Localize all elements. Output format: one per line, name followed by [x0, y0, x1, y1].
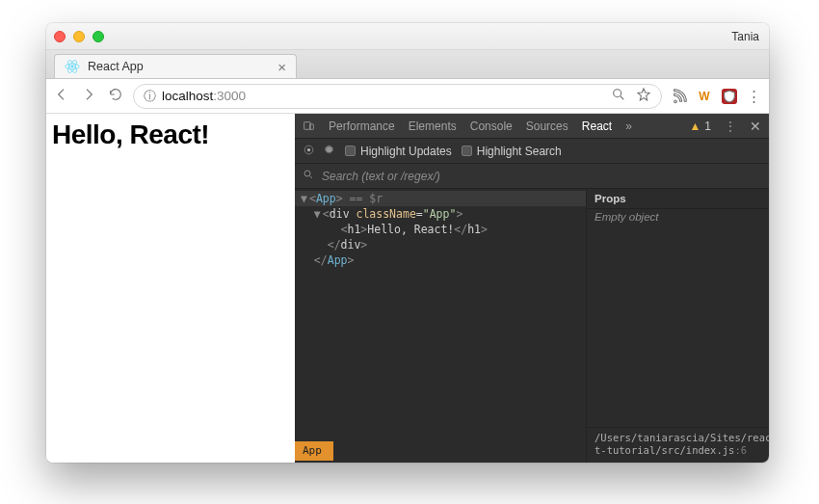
- forward-button[interactable]: [81, 87, 96, 106]
- devtools-close-button[interactable]: ✕: [750, 119, 761, 134]
- minimize-window-button[interactable]: [73, 31, 85, 42]
- tree-row-div-close[interactable]: </div>: [295, 237, 586, 252]
- breadcrumb-app[interactable]: App: [295, 441, 333, 461]
- tree-row-h1[interactable]: <h1>Hello, React!</h1>: [295, 222, 586, 237]
- devtools-search-row: Search (text or /regex/): [295, 164, 769, 189]
- rss-extension-icon[interactable]: [672, 89, 687, 104]
- devtools-panel: Performance Elements Console Sources Rea…: [295, 114, 769, 463]
- profile-name[interactable]: Tania: [731, 30, 759, 43]
- reload-button[interactable]: [108, 87, 123, 106]
- react-devtools-toolbar: Highlight Updates Highlight Search: [295, 139, 769, 164]
- props-heading: Props: [587, 189, 769, 209]
- tab-elements[interactable]: Elements: [409, 119, 457, 133]
- react-favicon-icon: [65, 59, 80, 74]
- nav-buttons: [54, 87, 123, 106]
- source-path[interactable]: /Users/taniarascia/Sites/reac t-tutorial…: [587, 427, 769, 463]
- source-path-line2: t-tutorial/src/index.js: [594, 444, 734, 456]
- tree-row-app-close[interactable]: </App>: [295, 252, 586, 268]
- svg-line-5: [621, 96, 623, 99]
- close-window-button[interactable]: [54, 31, 66, 42]
- highlight-updates-checkbox[interactable]: Highlight Updates: [345, 145, 452, 158]
- warnings-number: 1: [704, 119, 711, 133]
- tree-row-app[interactable]: ▼<App> == $r: [295, 191, 586, 206]
- url-port: :3000: [213, 89, 246, 103]
- inspect-element-icon[interactable]: [303, 144, 315, 159]
- zoom-icon[interactable]: [611, 87, 626, 105]
- w-extension-icon[interactable]: W: [697, 89, 712, 104]
- search-icon: [303, 169, 314, 183]
- tab-performance[interactable]: Performance: [329, 119, 395, 133]
- browser-menu-button[interactable]: ⋮: [747, 88, 761, 105]
- source-path-line1: /Users/taniarascia/Sites/reac: [594, 432, 769, 443]
- svg-point-12: [304, 171, 310, 176]
- devtools-menu-button[interactable]: ⋮: [725, 119, 736, 133]
- site-info-icon[interactable]: ⓘ: [144, 88, 156, 105]
- settings-gear-icon[interactable]: [323, 144, 335, 159]
- fullscreen-window-button[interactable]: [92, 31, 104, 42]
- page-heading: Hello, React!: [52, 119, 289, 150]
- back-button[interactable]: [54, 87, 69, 106]
- tab-console[interactable]: Console: [470, 119, 513, 133]
- search-input[interactable]: Search (text or /regex/): [322, 170, 440, 183]
- device-toolbar[interactable]: [303, 119, 315, 132]
- devtools-tabbar: Performance Elements Console Sources Rea…: [295, 114, 769, 139]
- ublock-extension-icon[interactable]: [722, 89, 737, 104]
- tree-row-div[interactable]: ▼<div className="App">: [295, 206, 586, 222]
- highlight-search-checkbox[interactable]: Highlight Search: [462, 145, 562, 158]
- source-path-lineno: :6: [734, 444, 747, 456]
- svg-line-13: [310, 176, 313, 179]
- svg-point-4: [614, 90, 621, 97]
- svg-marker-6: [638, 89, 649, 100]
- tab-title: React App: [88, 60, 144, 73]
- bookmark-star-icon[interactable]: [636, 87, 651, 105]
- svg-point-0: [71, 66, 74, 68]
- svg-point-9: [307, 147, 310, 150]
- browser-window: Tania React App × ⓘ localhost:3000: [46, 23, 769, 463]
- tab-close-button[interactable]: ×: [277, 60, 286, 74]
- component-tree[interactable]: ▼<App> == $r ▼<div className="App"> <h1>…: [295, 189, 586, 463]
- highlight-search-label: Highlight Search: [477, 145, 562, 158]
- highlight-updates-label: Highlight Updates: [360, 145, 452, 158]
- devtools-body: ▼<App> == $r ▼<div className="App"> <h1>…: [295, 189, 769, 463]
- page-viewport: Hello, React!: [46, 114, 295, 463]
- content-area: Hello, React! Performance Elements Conso…: [46, 114, 769, 463]
- tab-sources[interactable]: Sources: [526, 119, 568, 133]
- warning-icon: ▲: [689, 119, 700, 133]
- tab-strip: React App ×: [46, 50, 769, 79]
- url-host: localhost: [162, 89, 213, 103]
- address-bar[interactable]: ⓘ localhost:3000: [133, 84, 662, 109]
- tab-react[interactable]: React: [582, 119, 612, 133]
- extensions: W ⋮: [672, 88, 761, 105]
- svg-rect-7: [304, 122, 311, 130]
- props-panel: Props Empty object /Users/taniarascia/Si…: [586, 189, 769, 463]
- props-empty-text: Empty object: [587, 209, 769, 427]
- tabs-overflow-button[interactable]: »: [625, 119, 632, 133]
- traffic-lights: [54, 31, 104, 42]
- warnings-count[interactable]: ▲1: [689, 119, 711, 133]
- browser-toolbar: ⓘ localhost:3000 W ⋮: [46, 79, 769, 114]
- browser-tab[interactable]: React App ×: [54, 54, 297, 78]
- window-titlebar: Tania: [46, 23, 769, 50]
